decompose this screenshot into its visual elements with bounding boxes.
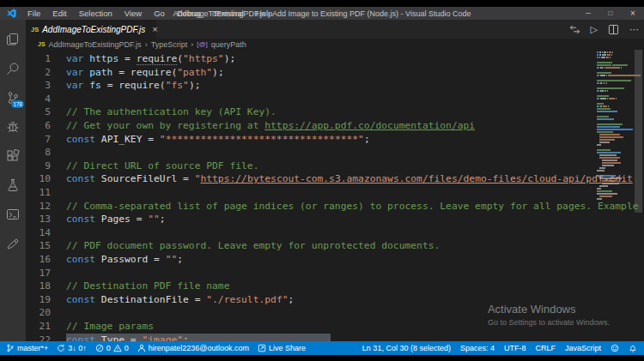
cursor-position[interactable]: Ln 31, Col 30 (8 selected) xyxy=(362,344,451,352)
debug-icon[interactable] xyxy=(0,114,26,140)
line-number: 12 xyxy=(26,200,51,214)
scrollbar-thumb[interactable] xyxy=(635,50,642,213)
code-line: 9// Direct URL of source PDF file. xyxy=(26,159,644,173)
menu-edit[interactable]: Edit xyxy=(46,9,72,18)
menu-file[interactable]: File xyxy=(21,9,46,18)
notifications-bell-icon[interactable] xyxy=(629,344,637,352)
breadcrumb-symbol[interactable]: queryPath xyxy=(211,40,246,49)
source-control-icon[interactable]: 178 xyxy=(0,85,26,111)
close-button[interactable]: × xyxy=(622,7,644,20)
code-line: 16const Password = ""; xyxy=(26,253,644,267)
code-line: 10const SourceFileUrl = "https://bytesco… xyxy=(26,172,644,186)
git-branch-icon xyxy=(6,344,15,352)
vscode-window: File Edit Selection View Go Debug Termin… xyxy=(0,0,644,361)
code-lines: 1var https = require("https");2var path … xyxy=(26,50,644,341)
js-file-icon: JS xyxy=(31,26,39,33)
breadcrumb-separator: › xyxy=(145,40,148,49)
eol-status[interactable]: CRLF xyxy=(535,344,556,352)
status-bar: master*+ 3↓ 0↑ 0 0 hirenpatel2236@outloo… xyxy=(0,341,644,355)
line-number: 2 xyxy=(26,66,51,80)
js-file-icon-small: JS xyxy=(38,41,46,47)
code-line: 18// Destination PDF file name xyxy=(26,280,644,293)
warning-icon xyxy=(113,344,122,352)
terminal-panel-icon[interactable] xyxy=(0,202,26,227)
symbol-icon: [@] xyxy=(197,40,208,48)
vscode-logo-icon xyxy=(7,9,16,18)
breadcrumb-file[interactable]: AddImageToExistingPDF.js xyxy=(49,40,142,49)
code-line: 6// Get your own by registering at https… xyxy=(26,119,644,133)
error-icon xyxy=(95,344,104,352)
menu-go[interactable]: Go xyxy=(148,9,171,18)
split-editor-icon[interactable] xyxy=(608,24,619,35)
activate-windows-watermark: Activate Windows Go to Settings to activ… xyxy=(488,303,610,327)
code-line: 5// The authentication key (API Key). xyxy=(26,105,644,119)
tab-addimagetoexistingpdf[interactable]: JS AddImageToExistingPDF.js × xyxy=(26,20,156,39)
more-actions-icon[interactable]: ⋯ xyxy=(629,24,639,35)
live-share-icon xyxy=(258,344,266,352)
test-flask-icon[interactable] xyxy=(0,172,26,198)
account-status[interactable]: hirenpatel2236@outlook.com xyxy=(137,344,249,352)
tab-close-icon[interactable]: × xyxy=(152,24,157,34)
code-line: 4 xyxy=(26,93,644,106)
activity-bar: 178 xyxy=(0,20,26,341)
live-share-status[interactable]: Live Share xyxy=(258,344,306,352)
line-number: 18 xyxy=(26,280,51,293)
sync-status[interactable]: 3↓ 0↑ xyxy=(57,344,87,352)
feedback-smiley-icon[interactable] xyxy=(611,344,619,352)
encoding-status[interactable]: UTF-8 xyxy=(504,344,526,352)
indentation-status[interactable]: Spaces: 4 xyxy=(460,344,495,352)
run-icon[interactable]: ▷ xyxy=(591,24,598,35)
line-number: 7 xyxy=(26,133,51,147)
code-line: 2var path = require("path"); xyxy=(26,66,644,80)
code-line: 11 xyxy=(26,186,644,200)
git-branch-status[interactable]: master*+ xyxy=(6,344,48,352)
line-number: 1 xyxy=(26,52,51,66)
line-number: 6 xyxy=(26,119,51,133)
code-line: 8 xyxy=(26,146,644,159)
line-number: 20 xyxy=(26,306,51,320)
line-number: 14 xyxy=(26,226,51,240)
person-icon xyxy=(137,344,146,352)
taskbar-strip xyxy=(0,355,644,361)
tab-file-name: AddImageToExistingPDF.js xyxy=(42,25,145,34)
minimize-button[interactable]: ─ xyxy=(577,7,599,20)
menu-selection[interactable]: Selection xyxy=(73,9,118,18)
line-number: 21 xyxy=(26,320,51,334)
window-controls: ─ □ × xyxy=(577,7,644,20)
explorer-icon[interactable] xyxy=(0,27,26,52)
language-mode[interactable]: JavaScript xyxy=(565,344,601,352)
watermark-subtitle: Go to Settings to activate Windows. xyxy=(488,318,610,327)
maximize-button[interactable]: □ xyxy=(599,7,622,20)
editor-actions: ▷ ⋯ xyxy=(569,20,639,39)
watermark-title: Activate Windows xyxy=(488,303,610,316)
line-number: 22 xyxy=(26,334,51,341)
custom-extension-icon[interactable] xyxy=(0,231,26,256)
tab-bar: JS AddImageToExistingPDF.js × ▷ ⋯ xyxy=(26,20,644,39)
code-line: 13const Pages = ""; xyxy=(26,213,644,226)
code-line: 1var https = require("https"); xyxy=(26,52,644,66)
problems-status[interactable]: 0 0 xyxy=(95,344,129,352)
extensions-icon[interactable] xyxy=(0,143,26,169)
line-number: 15 xyxy=(26,239,51,253)
window-title: AddImageToExistingPDF.js - Add Image to … xyxy=(173,9,471,18)
code-line: 15// PDF document password. Leave empty … xyxy=(26,239,644,253)
breadcrumb-separator-2: › xyxy=(191,40,193,49)
line-number: 8 xyxy=(26,146,51,159)
code-line: 22const Type = "image"; xyxy=(26,334,644,341)
line-number: 11 xyxy=(26,186,51,200)
line-number: 17 xyxy=(26,267,51,280)
vertical-scrollbar[interactable] xyxy=(634,50,643,341)
breadcrumb-type[interactable]: TypeScript xyxy=(151,40,188,49)
line-number: 10 xyxy=(26,172,51,186)
line-number: 4 xyxy=(26,93,51,106)
menu-view[interactable]: View xyxy=(118,9,148,18)
search-icon[interactable] xyxy=(0,56,26,81)
line-number: 9 xyxy=(26,159,51,173)
source-control-badge: 178 xyxy=(11,100,24,108)
code-line: 3var fs = require("fs"); xyxy=(26,79,644,93)
code-line: 17 xyxy=(26,267,644,280)
code-editor[interactable]: 1var https = require("https");2var path … xyxy=(26,50,644,341)
breadcrumb: JS AddImageToExistingPDF.js › TypeScript… xyxy=(26,39,644,50)
open-changes-icon[interactable] xyxy=(569,24,580,35)
line-number: 13 xyxy=(26,213,51,226)
